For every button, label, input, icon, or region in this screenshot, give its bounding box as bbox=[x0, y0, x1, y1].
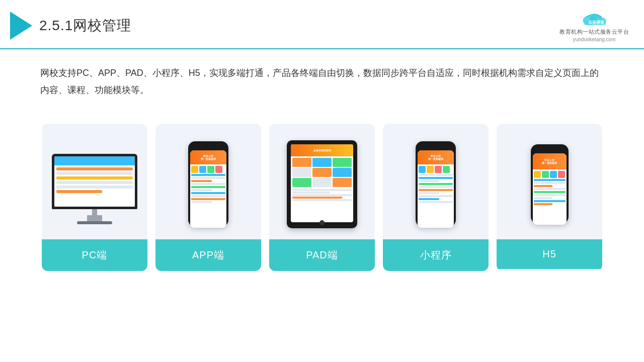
pc-monitor-mockup bbox=[52, 154, 137, 214]
phone-mockup-miniapp: 职达人的第一堂刷题课 bbox=[416, 141, 456, 227]
card-pc: PC端 bbox=[42, 124, 147, 271]
card-pad-image: 多媒体课程管理 bbox=[269, 124, 375, 239]
phone-mockup-app: 职达人的第一堂刷题课 bbox=[188, 141, 228, 227]
svg-text:云朵课堂: 云朵课堂 bbox=[588, 20, 605, 25]
page-title: 2.5.1网校管理 bbox=[39, 16, 131, 35]
card-h5-image: 职达人的第一堂刷题课 bbox=[497, 124, 602, 239]
title-main: 网校管理 bbox=[73, 18, 131, 33]
card-app: 职达人的第一堂刷题课 bbox=[155, 124, 261, 271]
card-h5: 职达人的第一堂刷题课 bbox=[497, 124, 602, 271]
logo-icon: 云朵课堂 bbox=[579, 9, 609, 27]
card-miniapp-label: 小程序 bbox=[383, 239, 489, 271]
title-number: 2.5.1 bbox=[39, 18, 73, 33]
tablet-mockup-pad: 多媒体课程管理 bbox=[287, 140, 357, 228]
description-paragraph: 网校支持PC、APP、PAD、小程序、H5，实现多端打通，产品各终端自由切换，数… bbox=[40, 64, 604, 99]
description-text: 网校支持PC、APP、PAD、小程序、H5，实现多端打通，产品各终端自由切换，数… bbox=[0, 49, 644, 109]
card-pc-image bbox=[42, 124, 147, 239]
logo-tagline: 教育机构一站式服务云平台 bbox=[559, 28, 629, 36]
card-pad: 多媒体课程管理 bbox=[269, 124, 375, 271]
card-miniapp-image: 职达人的第一堂刷题课 bbox=[383, 124, 489, 239]
cloud-logo-svg: 云朵课堂 bbox=[579, 9, 609, 27]
logo-area: 云朵课堂 教育机构一站式服务云平台 yunduoketang.com bbox=[559, 9, 629, 42]
card-pc-label: PC端 bbox=[42, 239, 147, 271]
header-left: 2.5.1网校管理 bbox=[10, 12, 131, 40]
phone-mockup-h5: 职达人的第一堂刷题课 bbox=[531, 144, 569, 224]
play-icon bbox=[10, 12, 32, 40]
page-header: 2.5.1网校管理 云朵课堂 教育机构一站式服务云平台 yunduoketang… bbox=[0, 0, 644, 49]
card-h5-label: H5 bbox=[497, 239, 602, 269]
logo-url: yunduoketang.com bbox=[573, 37, 616, 42]
platform-cards: PC端 职达人的第一堂刷题课 bbox=[0, 114, 644, 286]
card-pad-label: PAD端 bbox=[269, 239, 375, 271]
card-app-image: 职达人的第一堂刷题课 bbox=[155, 124, 261, 239]
card-app-label: APP端 bbox=[155, 239, 261, 271]
card-miniapp: 职达人的第一堂刷题课 bbox=[383, 124, 489, 271]
